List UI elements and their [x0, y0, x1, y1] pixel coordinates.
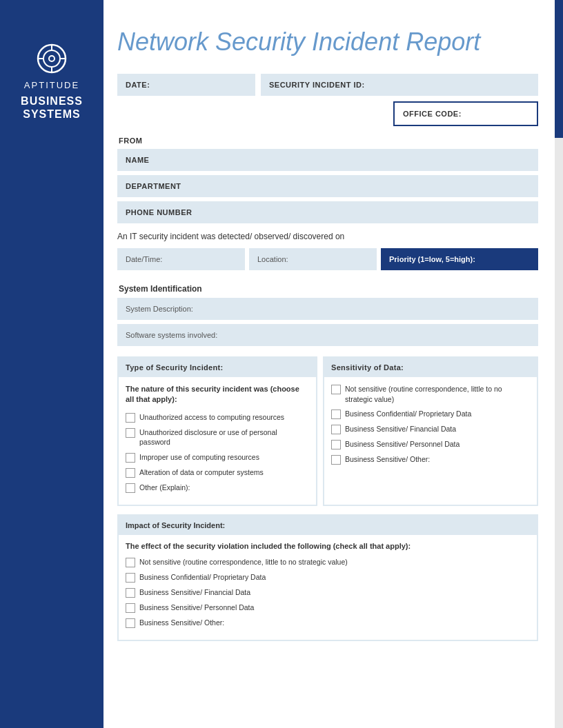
sens-checkbox-2[interactable] [331, 425, 341, 434]
impact-checkbox-4[interactable] [126, 618, 135, 628]
from-label: FROM [117, 136, 542, 145]
checkbox-label-1: Unauthorized disclosure or use of person… [139, 427, 309, 447]
sens-checkbox-label-0: Not sensitive (routine correspondence, l… [345, 384, 530, 404]
business-systems-label: BUSINESS SYSTEMS [21, 94, 83, 121]
sens-checkbox-label-4: Business Sensitive/ Other: [345, 454, 430, 465]
date-label: DATE: [126, 81, 150, 89]
datetime-label: Date/Time: [126, 255, 162, 263]
impact-checkbox-item-1: Business Confidential/ Proprietary Data [126, 572, 530, 583]
svg-point-1 [43, 50, 60, 67]
office-code-row: OFFICE CODE: [117, 101, 538, 126]
impact-checkbox-3[interactable] [126, 603, 135, 613]
logo: APTITUDE BUSINESS SYSTEMS [21, 41, 83, 121]
location-label: Location: [257, 255, 288, 263]
aptitude-label: APTITUDE [24, 80, 79, 90]
name-label: NAME [126, 156, 149, 164]
phone-label: PHONE NUMBER [126, 208, 192, 216]
sidebar: APTITUDE BUSINESS SYSTEMS [0, 0, 103, 728]
impact-checkbox-item-2: Business Sensitive/ Financial Data [126, 587, 530, 598]
checkbox-4[interactable] [126, 483, 135, 493]
checkbox-label-2: Improper use of computing resources [139, 452, 259, 463]
name-field[interactable]: NAME [117, 149, 538, 171]
impact-section: Impact of Security Incident: The effect … [117, 514, 538, 641]
department-field[interactable]: DEPARTMENT [117, 175, 538, 197]
security-incident-id-label: SECURITY INCIDENT ID: [269, 81, 365, 89]
impact-checkbox-label-0: Not sensitive (routine correspondence, l… [139, 557, 348, 567]
scrollbar-thumb[interactable] [555, 0, 563, 138]
target-icon [34, 41, 69, 76]
security-incident-box: Type of Security Incident: The nature of… [117, 356, 317, 506]
sens-checkbox-item-3: Business Sensitive/ Personnel Data [331, 439, 530, 449]
impact-checkbox-item-4: Business Sensitive/ Other: [126, 618, 530, 628]
checkbox-0[interactable] [126, 413, 135, 423]
system-description-label: System Description: [126, 305, 193, 313]
security-incident-id-field[interactable]: SECURITY INCIDENT ID: [261, 74, 538, 96]
checkbox-1[interactable] [126, 428, 135, 438]
datetime-field[interactable]: Date/Time: [117, 248, 245, 270]
sens-checkbox-item-4: Business Sensitive/ Other: [331, 454, 530, 465]
checkbox-item-3: Alteration of data or computer systems [126, 467, 309, 478]
impact-checkbox-item-3: Business Sensitive/ Personnel Data [126, 603, 530, 613]
checkbox-item-2: Improper use of computing resources [126, 452, 309, 463]
date-security-row: DATE: SECURITY INCIDENT ID: [117, 74, 538, 96]
office-code-field[interactable]: OFFICE CODE: [393, 101, 538, 126]
software-systems-field[interactable]: Software systems involved: [117, 324, 538, 346]
sensitivity-body: Not sensitive (routine correspondence, l… [324, 377, 537, 476]
checkbox-item-0: Unauthorized access to computing resourc… [126, 412, 309, 423]
software-systems-label: Software systems involved: [126, 331, 217, 339]
checkbox-3[interactable] [126, 468, 135, 478]
impact-checkbox-label-2: Business Sensitive/ Financial Data [139, 587, 250, 598]
office-code-label: OFFICE CODE: [403, 110, 462, 118]
phone-field[interactable]: PHONE NUMBER [117, 201, 538, 223]
impact-body: The effect of the security violation inc… [119, 535, 537, 640]
priority-field[interactable]: Priority (1=low, 5=high): [381, 248, 538, 270]
impact-checkbox-label-4: Business Sensitive/ Other: [139, 618, 224, 628]
checkbox-2[interactable] [126, 453, 135, 463]
sens-checkbox-label-2: Business Sensitive/ Financial Data [345, 424, 456, 434]
main-content: Network Security Incident Report DATE: S… [103, 0, 563, 669]
impact-checkbox-1[interactable] [126, 573, 135, 583]
report-title: Network Security Incident Report [117, 28, 542, 57]
date-field[interactable]: DATE: [117, 74, 255, 96]
svg-point-2 [49, 56, 55, 61]
impact-checkbox-label-3: Business Sensitive/ Personnel Data [139, 603, 254, 613]
sens-checkbox-label-3: Business Sensitive/ Personnel Data [345, 439, 460, 449]
sensitivity-box: Sensitivity of Data: Not sensitive (rout… [323, 356, 538, 506]
location-field[interactable]: Location: [249, 248, 377, 270]
sens-checkbox-item-2: Business Sensitive/ Financial Data [331, 424, 530, 434]
checkbox-label-4: Other (Explain): [139, 483, 190, 493]
impact-checkbox-label-1: Business Confidential/ Proprietary Data [139, 572, 266, 583]
priority-label: Priority (1=low, 5=high): [389, 255, 475, 263]
sens-checkbox-0[interactable] [331, 385, 341, 394]
checkbox-label-3: Alteration of data or computer systems [139, 467, 264, 478]
system-identification-title: System Identification [117, 284, 542, 294]
checkbox-item-4: Other (Explain): [126, 483, 309, 493]
department-label: DEPARTMENT [126, 182, 181, 190]
checkbox-label-0: Unauthorized access to computing resourc… [139, 412, 284, 423]
security-incident-body: The nature of this security incident was… [119, 377, 316, 505]
dlp-row: Date/Time: Location: Priority (1=low, 5=… [117, 248, 538, 270]
sens-checkbox-item-1: Business Confidential/ Proprietary Data [331, 409, 530, 419]
sens-checkbox-3[interactable] [331, 440, 341, 449]
impact-checkbox-item-0: Not sensitive (routine correspondence, l… [126, 557, 530, 567]
impact-header: Impact of Security Incident: [119, 516, 537, 535]
sensitivity-header: Sensitivity of Data: [324, 358, 537, 377]
impact-subtitle: The effect of the security violation inc… [126, 542, 530, 550]
nature-subtitle: The nature of this security incident was… [126, 384, 309, 405]
impact-checkbox-2[interactable] [126, 588, 135, 598]
sens-checkbox-1[interactable] [331, 410, 341, 419]
sens-checkbox-4[interactable] [331, 455, 341, 465]
system-description-field[interactable]: System Description: [117, 298, 538, 320]
scrollbar[interactable] [555, 0, 563, 728]
it-security-text: An IT security incident was detected/ ob… [117, 232, 542, 241]
sens-checkbox-item-0: Not sensitive (routine correspondence, l… [331, 384, 530, 404]
two-col-section: Type of Security Incident: The nature of… [117, 356, 538, 506]
impact-checkbox-0[interactable] [126, 558, 135, 567]
checkbox-item-1: Unauthorized disclosure or use of person… [126, 427, 309, 447]
security-incident-header: Type of Security Incident: [119, 358, 316, 377]
sens-checkbox-label-1: Business Confidential/ Proprietary Data [345, 409, 471, 419]
